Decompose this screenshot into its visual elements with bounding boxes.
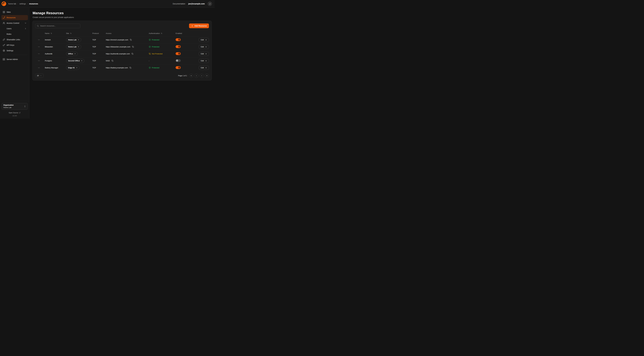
copy-icon xyxy=(130,39,132,41)
edit-button[interactable]: Edit xyxy=(199,66,209,70)
auth-status: Protected xyxy=(149,46,176,48)
shield-off-icon xyxy=(149,53,151,55)
copy-button[interactable] xyxy=(130,67,132,69)
page-size-select[interactable]: 20 xyxy=(35,74,44,78)
toggle-knob xyxy=(178,52,180,55)
protocol: TCP xyxy=(92,67,106,69)
prev-page-button[interactable] xyxy=(194,74,198,78)
site-link[interactable]: Home Lab xyxy=(66,45,81,49)
row-actions-button[interactable] xyxy=(37,45,40,48)
row-actions-button[interactable] xyxy=(37,52,40,56)
site-cell: Second Office xyxy=(66,59,92,63)
resource-name: Authentik xyxy=(45,53,66,55)
search-input[interactable] xyxy=(40,25,79,27)
copy-button[interactable] xyxy=(131,53,134,55)
page-indicator: Page 1 of 1 xyxy=(178,75,187,77)
topbar-right: Documentation joe@example.com J xyxy=(173,2,212,6)
org-selector-title: Organization xyxy=(3,104,14,106)
site-link[interactable]: Edge 01 xyxy=(66,66,80,70)
avatar[interactable]: J xyxy=(208,2,212,6)
column-label: Enabled xyxy=(176,32,182,34)
auth-status-label: Protected xyxy=(152,39,159,41)
row-actions-button[interactable] xyxy=(37,59,40,62)
open-source-link[interactable]: Open Source xyxy=(2,112,28,114)
row-actions-button[interactable] xyxy=(37,38,40,42)
arrow-up-right-icon xyxy=(81,60,82,62)
access-url: https://bitwarden.example.com xyxy=(106,46,130,48)
search-icon xyxy=(37,25,39,27)
sort-icon xyxy=(161,32,162,34)
enabled-toggle[interactable] xyxy=(176,45,181,48)
sidebar-item-access-control[interactable]: Access Control xyxy=(1,20,28,26)
first-page-button[interactable] xyxy=(189,74,193,78)
arrow-right-icon xyxy=(205,46,207,48)
sidebar-item-users[interactable]: Users xyxy=(1,26,28,31)
external-link-icon xyxy=(19,112,20,114)
breadcrumb-resources[interactable]: resources xyxy=(29,3,38,5)
copy-button[interactable] xyxy=(130,39,132,41)
sidebar-item-shareable-links[interactable]: Shareable Links xyxy=(1,37,28,42)
edit-button[interactable]: Edit xyxy=(199,45,209,49)
column-header-authentication[interactable]: Authentication xyxy=(149,32,176,34)
breadcrumb: home-lab›settings›resources xyxy=(8,3,38,5)
plus-icon xyxy=(191,25,193,27)
site-link[interactable]: Office xyxy=(66,52,78,56)
toggle-knob xyxy=(178,38,180,41)
chevron-right-icon xyxy=(201,75,202,77)
enabled-toggle[interactable] xyxy=(176,52,181,55)
sidebar-item-label: Settings xyxy=(6,50,14,52)
sidebar-item-sites[interactable]: Sites xyxy=(1,10,28,15)
row-actions-button[interactable] xyxy=(37,66,40,70)
sidebar-item-api-keys[interactable]: API Keys xyxy=(1,42,28,48)
last-page-button[interactable] xyxy=(205,74,209,78)
edit-button[interactable]: Edit xyxy=(199,59,209,63)
access-url: 5432 xyxy=(106,60,110,62)
enabled-cell xyxy=(176,45,194,48)
app-logo[interactable] xyxy=(2,2,6,6)
shield-check-icon xyxy=(149,39,151,41)
breadcrumb-home-lab[interactable]: home-lab xyxy=(8,3,16,5)
arrow-right-icon xyxy=(205,67,207,69)
page-title: Manage Resources xyxy=(32,11,212,15)
edit-button[interactable]: Edit xyxy=(199,52,209,56)
ellipsis-icon xyxy=(38,39,40,41)
column-header-access: Access xyxy=(106,32,149,34)
page-subtitle: Create secure proxies to your private ap… xyxy=(32,16,212,18)
auth-status: Protected xyxy=(149,67,176,69)
sidebar-item-roles[interactable]: Roles xyxy=(1,32,28,37)
access-url: https://battery.example.com xyxy=(106,67,128,69)
auth-status: - xyxy=(149,60,176,62)
add-resource-button[interactable]: Add Resource xyxy=(189,24,209,28)
site-link[interactable]: Home Lab xyxy=(66,38,81,42)
sort-icon xyxy=(70,32,72,34)
toggle-knob xyxy=(178,46,180,48)
access-cell: https://battery.example.com xyxy=(106,67,149,69)
next-page-button[interactable] xyxy=(200,74,204,78)
enabled-toggle[interactable] xyxy=(176,38,181,41)
copy-button[interactable] xyxy=(111,60,114,62)
sidebar-item-server-admin[interactable]: Server Admin xyxy=(1,57,28,62)
enabled-toggle[interactable] xyxy=(176,66,181,69)
enabled-cell xyxy=(176,52,194,56)
site-name: Home Lab xyxy=(68,46,76,48)
column-header-name[interactable]: Name xyxy=(45,32,66,34)
access-cell: 5432 xyxy=(106,60,149,62)
arrow-right-icon xyxy=(205,53,207,55)
enabled-cell xyxy=(176,59,194,62)
site-name: Office xyxy=(68,53,73,55)
edit-button[interactable]: Edit xyxy=(199,38,209,42)
copy-button[interactable] xyxy=(132,46,134,48)
table-row: AuthentikOfficeTCPhttps://authentik.exam… xyxy=(35,50,209,57)
column-header-protocol: Protocol xyxy=(92,32,106,34)
sidebar-item-settings[interactable]: Settings xyxy=(1,48,28,53)
site-link[interactable]: Second Office xyxy=(66,59,84,63)
server-icon xyxy=(3,58,5,60)
protocol: TCP xyxy=(92,60,106,62)
breadcrumb-settings[interactable]: settings xyxy=(19,3,26,5)
enabled-toggle[interactable] xyxy=(176,59,181,62)
table-header-row: NameSiteProtocolAccessAuthenticationEnab… xyxy=(35,30,209,36)
column-header-site[interactable]: Site xyxy=(66,32,92,34)
documentation-link[interactable]: Documentation xyxy=(173,3,185,5)
org-selector[interactable]: Organization Home Lab xyxy=(2,103,28,110)
sidebar-item-resources[interactable]: Resources xyxy=(1,15,28,20)
